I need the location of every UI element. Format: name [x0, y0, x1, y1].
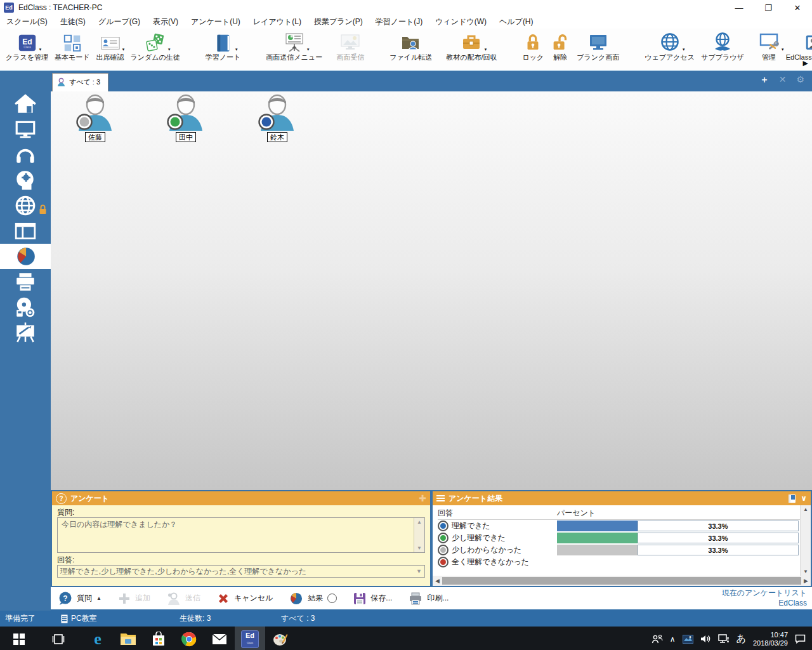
scroll-right-icon[interactable]: ▶: [804, 578, 808, 584]
student-name-label: 佐藤: [85, 132, 105, 142]
scroll-up-icon[interactable]: ▲: [417, 519, 422, 525]
question-textarea[interactable]: 今日の内容は理解できましたか？ ▲▼: [57, 517, 425, 553]
taskbar-paint[interactable]: [265, 627, 296, 650]
scroll-down-icon[interactable]: ▼: [417, 545, 422, 551]
toolbar-journal[interactable]: ▼ 学習ノート: [202, 30, 244, 61]
tray-chevron-icon[interactable]: ∧: [670, 635, 676, 644]
toolbar-distribute-collect[interactable]: ▼ 教材の配布/回収: [443, 30, 500, 61]
sidebar-item-multimedia[interactable]: [0, 295, 51, 320]
taskbar-mail[interactable]: [204, 627, 235, 650]
sidebar-item-web[interactable]: [0, 193, 51, 218]
menu-school[interactable]: スクール(S): [0, 17, 54, 27]
survey-panel: ? アンケート ✚ 質問: 今日の内容は理解できましたか？ ▲▼ 回答:: [52, 491, 430, 586]
scroll-up-icon[interactable]: ▲: [803, 507, 808, 512]
taskbar-edclass[interactable]: EdClass: [235, 627, 265, 650]
question-scrollbar[interactable]: ▲▼: [414, 518, 424, 552]
restore-button[interactable]: ❐: [754, 0, 783, 15]
print-button[interactable]: 印刷...: [409, 592, 449, 605]
menu-student[interactable]: 生徒(S): [54, 17, 92, 27]
ime-indicator[interactable]: あ: [737, 633, 746, 645]
notebook-icon: [213, 33, 233, 53]
collapse-chevron-icon[interactable]: ∨: [801, 494, 807, 503]
taskbar-edge[interactable]: e: [82, 627, 113, 650]
taskbar-store[interactable]: [143, 627, 174, 650]
horizontal-scrollbar[interactable]: ◀▶: [433, 576, 811, 586]
sidebar-item-qa[interactable]: [0, 168, 51, 193]
vertical-scrollbar[interactable]: ▲▼: [800, 505, 811, 576]
student-canvas[interactable]: 佐藤 田中: [51, 91, 812, 491]
minimize-button[interactable]: —: [724, 0, 754, 15]
notebook-small-icon[interactable]: [788, 494, 797, 503]
cancel-button[interactable]: キャンセル: [217, 592, 273, 605]
toolbar-web-access[interactable]: ▼ ウェブアクセス: [641, 30, 698, 61]
sidebar-item-surveys[interactable]: [0, 244, 51, 269]
close-button[interactable]: ✕: [783, 0, 812, 15]
list-icon: [436, 495, 445, 501]
student-sato[interactable]: 佐藤: [72, 94, 118, 142]
student-tanaka[interactable]: 田中: [163, 94, 209, 142]
add-tab-icon[interactable]: ＋: [760, 74, 769, 84]
sidebar-item-layout[interactable]: [0, 218, 51, 244]
answers-dropdown[interactable]: 理解できた,少し理解できた,少しわからなかった,全く理解できなかった ▼: [57, 565, 425, 578]
scroll-left-icon[interactable]: ◀: [435, 578, 440, 584]
scroll-down-icon[interactable]: ▼: [803, 569, 808, 574]
toolbar-overflow-arrow[interactable]: ▶: [803, 59, 808, 67]
sidebar-item-home[interactable]: [0, 91, 51, 117]
toolbar-attendance[interactable]: ▼ 出席確認: [93, 30, 128, 61]
svg-text:?: ?: [63, 594, 67, 602]
toolbar-admin[interactable]: ▼ 管理: [755, 30, 783, 61]
headphones-icon: [13, 143, 37, 166]
svg-text:Ed: Ed: [22, 37, 32, 46]
menu-lesson-plan[interactable]: 授業プラン(P): [308, 17, 369, 27]
question-button[interactable]: ? 質問▲: [58, 592, 102, 606]
menu-help[interactable]: ヘルプ(H): [493, 17, 540, 27]
sidebar-item-whiteboard[interactable]: [0, 320, 51, 345]
sidebar-item-audio[interactable]: [0, 142, 51, 168]
menu-journal[interactable]: 学習ノート(J): [369, 17, 429, 27]
toolbar-co-browse[interactable]: サブブラウザ: [698, 30, 747, 61]
lock-closed-icon: [523, 33, 543, 53]
toolbar-random-student[interactable]: ▼ ランダムの生徒: [128, 30, 183, 61]
people-icon[interactable]: [652, 634, 663, 644]
add-survey-icon[interactable]: ✚: [419, 493, 426, 503]
toolbar-manage-class[interactable]: EdClass▼ クラスを管理: [3, 30, 51, 61]
menu-layout[interactable]: レイアウト(L): [247, 17, 308, 27]
menu-group[interactable]: グループ(G): [92, 17, 147, 27]
lock-open-icon: [550, 33, 570, 53]
toolbar-show-menu[interactable]: ▼ 画面送信メニュー: [263, 30, 325, 61]
menu-window[interactable]: ウィンドウ(W): [429, 17, 493, 27]
action-center-icon[interactable]: [795, 634, 806, 644]
tab-settings-icon[interactable]: ⚙: [796, 74, 804, 84]
close-tab-icon[interactable]: ✕: [779, 74, 787, 84]
toolbar-assistant[interactable]: ▼ EdClass Assistant: [783, 30, 812, 61]
network-icon[interactable]: [718, 634, 730, 644]
sidebar-item-print[interactable]: [0, 269, 51, 295]
toolbar-blank-screen[interactable]: ブランク画面: [573, 30, 622, 61]
results-button[interactable]: 結果: [289, 592, 337, 606]
taskbar-clock[interactable]: 10:47 2018/03/29: [753, 631, 788, 647]
results-panel-title: アンケート結果: [449, 493, 502, 504]
current-survey-list[interactable]: 現在のアンケートリスト EdClass: [722, 588, 807, 608]
toolbar-lock[interactable]: ロック: [520, 30, 547, 61]
save-button[interactable]: 保存...: [353, 592, 392, 605]
menu-view[interactable]: 表示(V): [147, 17, 185, 27]
survey-results-panel: アンケート結果 ∨ 回答 パーセント: [433, 491, 811, 586]
volume-icon[interactable]: [700, 634, 711, 644]
task-view-button[interactable]: [43, 627, 74, 650]
menu-survey[interactable]: アンケート(U): [185, 17, 247, 27]
toolbar-basic-mode[interactable]: 基本モード: [51, 30, 93, 61]
edclass-tray-icon[interactable]: [683, 635, 693, 644]
toolbar-unlock[interactable]: 解除: [547, 30, 573, 61]
taskbar-chrome[interactable]: [174, 627, 204, 650]
results-toggle-ring-icon[interactable]: [327, 594, 337, 603]
taskbar-file-explorer[interactable]: [113, 627, 143, 650]
start-button[interactable]: [4, 627, 34, 650]
toolbar-file-transfer[interactable]: ファイル転送: [386, 30, 435, 61]
scrollbar-thumb[interactable]: [442, 577, 801, 585]
tab-all-students[interactable]: すべて : 3: [52, 73, 108, 91]
percent-value: 33.3%: [638, 545, 799, 555]
system-tray: ∧ あ 10:47 2018/03/29: [652, 627, 812, 650]
column-header-percent: パーセント: [557, 508, 800, 519]
sidebar-item-monitor[interactable]: [0, 117, 51, 142]
student-suzuki[interactable]: 鈴木: [254, 94, 300, 142]
